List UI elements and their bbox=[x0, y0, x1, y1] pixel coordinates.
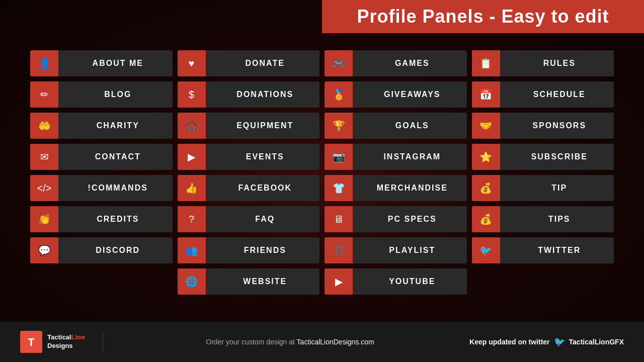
panel-item-discord[interactable]: 💬DISCORD bbox=[30, 237, 173, 263]
panel-item-credits[interactable]: 👏CREDITS bbox=[30, 206, 173, 232]
panel-item-rules[interactable]: 📋RULES bbox=[472, 50, 614, 76]
panel-item-about-me[interactable]: 👤ABOUT ME bbox=[30, 50, 173, 76]
panel-label-blog: BLOG bbox=[58, 90, 173, 99]
panel-icon-giveaways: 🏅 bbox=[325, 81, 353, 108]
panel-label-twitter: TWITTER bbox=[500, 246, 614, 255]
panel-label-donate: DONATE bbox=[206, 59, 320, 68]
header-banner: Profile Panels - Easy to edit bbox=[322, 0, 644, 33]
panel-label-contact: CONTACT bbox=[58, 152, 173, 161]
panel-icon-charity: 🤲 bbox=[30, 113, 58, 139]
footer-logo: T TacticalLion Designs bbox=[20, 331, 85, 353]
panel-label-merchandise: MERCHANDISE bbox=[353, 184, 467, 193]
panel-icon-goals: 🏆 bbox=[325, 113, 353, 139]
panel-label-equipment: EQUIPMENT bbox=[206, 121, 320, 130]
panel-item-events[interactable]: ▶EVENTS bbox=[178, 144, 320, 170]
panel-label-schedule: SCHEDULE bbox=[500, 90, 614, 99]
panel-item--commands[interactable]: </>!COMMANDS bbox=[30, 175, 173, 201]
panel-item-giveaways[interactable]: 🏅GIVEAWAYS bbox=[325, 81, 467, 108]
footer-twitter-text: Keep updated on twitter bbox=[469, 338, 549, 346]
panel-icon-tips: 💰 bbox=[472, 206, 500, 232]
panel-icon-schedule: 📅 bbox=[472, 81, 500, 108]
panel-item-goals[interactable]: 🏆GOALS bbox=[325, 113, 467, 139]
panel-label-sponsors: SPONSORS bbox=[500, 121, 614, 130]
panel-item-subscribe[interactable]: ⭐SUBSCRIBE bbox=[472, 144, 614, 170]
panel-item-twitter[interactable]: 🐦TWITTER bbox=[472, 237, 614, 263]
panel-item-blog[interactable]: ✏BLOG bbox=[30, 81, 173, 108]
panel-icon-blog: ✏ bbox=[30, 81, 58, 108]
footer: T TacticalLion Designs Order your custom… bbox=[0, 322, 644, 362]
panel-label-about-me: ABOUT ME bbox=[58, 59, 173, 68]
panel-label-charity: CHARITY bbox=[58, 121, 173, 130]
panel-icon-about-me: 👤 bbox=[30, 50, 58, 76]
svg-text:T: T bbox=[28, 336, 35, 348]
panel-label-giveaways: GIVEAWAYS bbox=[353, 90, 467, 99]
panel-item-donations[interactable]: $DONATIONS bbox=[178, 81, 320, 108]
panel-icon-events: ▶ bbox=[178, 144, 206, 170]
panel-label-website: WEBSITE bbox=[206, 277, 320, 286]
footer-twitter-handle: TacticalLionGFX bbox=[569, 338, 624, 346]
panel-label-goals: GOALS bbox=[353, 121, 467, 130]
panel-icon-instagram: 📷 bbox=[325, 144, 353, 170]
panel-icon-playlist: 🎵 bbox=[325, 237, 353, 263]
brand-name: TacticalLion Designs bbox=[47, 333, 85, 350]
panel-item-website[interactable]: 🌐WEBSITE bbox=[178, 268, 320, 295]
panel-item-tip[interactable]: 💰TIP bbox=[472, 175, 614, 201]
twitter-icon: 🐦 bbox=[554, 336, 565, 347]
panel-item-instagram[interactable]: 📷INSTAGRAM bbox=[325, 144, 467, 170]
panel-item-schedule[interactable]: 📅SCHEDULE bbox=[472, 81, 614, 108]
panel-label-playlist: PLAYLIST bbox=[353, 246, 467, 255]
panel-icon-donations: $ bbox=[178, 81, 206, 108]
panel-item-pc-specs[interactable]: 🖥PC SPECS bbox=[325, 206, 467, 232]
panel-label-donations: DONATIONS bbox=[206, 90, 320, 99]
panel-item-youtube[interactable]: ▶YOUTUBE bbox=[325, 268, 467, 295]
panel-item-facebook[interactable]: 👍FACEBOOK bbox=[178, 175, 320, 201]
panel-label-instagram: INSTAGRAM bbox=[353, 152, 467, 161]
panel-icon-sponsors: 🤝 bbox=[472, 113, 500, 139]
panel-item-tips[interactable]: 💰TIPS bbox=[472, 206, 614, 232]
panel-label-tips: TIPS bbox=[500, 215, 614, 224]
panel-label-subscribe: SUBSCRIBE bbox=[500, 152, 614, 161]
panel-label-tip: TIP bbox=[500, 184, 614, 193]
panel-item-sponsors[interactable]: 🤝SPONSORS bbox=[472, 113, 614, 139]
panel-label-youtube: YOUTUBE bbox=[353, 277, 467, 286]
panel-icon-tip: 💰 bbox=[472, 175, 500, 201]
panel-label-games: GAMES bbox=[353, 59, 467, 68]
panel-icon-equipment: 🎧 bbox=[178, 113, 206, 139]
panel-label--commands: !COMMANDS bbox=[58, 184, 173, 193]
panel-label-faq: FAQ bbox=[206, 215, 320, 224]
panel-item-merchandise[interactable]: 👕MERCHANDISE bbox=[325, 175, 467, 201]
header-title: Profile Panels - Easy to edit bbox=[357, 6, 609, 27]
footer-twitter: Keep updated on twitter 🐦 TacticalLionGF… bbox=[469, 336, 624, 347]
brand-logo-icon: T bbox=[20, 331, 42, 353]
panel-item-equipment[interactable]: 🎧EQUIPMENT bbox=[178, 113, 320, 139]
footer-divider bbox=[103, 332, 103, 352]
panel-icon-games: 🎮 bbox=[325, 50, 353, 76]
panel-icon-website: 🌐 bbox=[178, 268, 206, 295]
panel-label-events: EVENTS bbox=[206, 152, 320, 161]
panel-item-charity[interactable]: 🤲CHARITY bbox=[30, 113, 173, 139]
panel-item-playlist[interactable]: 🎵PLAYLIST bbox=[325, 237, 467, 263]
panel-icon-discord: 💬 bbox=[30, 237, 58, 263]
panel-icon-contact: ✉ bbox=[30, 144, 58, 170]
panel-label-pc-specs: PC SPECS bbox=[353, 215, 467, 224]
panel-item-donate[interactable]: ♥DONATE bbox=[178, 50, 320, 76]
panel-grid: 👤ABOUT ME♥DONATE🎮GAMES📋RULES✏BLOG$DONATI… bbox=[30, 50, 614, 295]
panel-icon-facebook: 👍 bbox=[178, 175, 206, 201]
panel-label-facebook: FACEBOOK bbox=[206, 184, 320, 193]
panel-label-discord: DISCORD bbox=[58, 246, 173, 255]
panel-icon-merchandise: 👕 bbox=[325, 175, 353, 201]
panel-icon-twitter: 🐦 bbox=[472, 237, 500, 263]
panel-label-friends: FRIENDS bbox=[206, 246, 320, 255]
panel-icon-rules: 📋 bbox=[472, 50, 500, 76]
panel-icon-youtube: ▶ bbox=[325, 268, 353, 295]
panel-icon--commands: </> bbox=[30, 175, 58, 201]
panel-icon-faq: ? bbox=[178, 206, 206, 232]
panel-icon-subscribe: ⭐ bbox=[472, 144, 500, 170]
panel-item-friends[interactable]: 👥FRIENDS bbox=[178, 237, 320, 263]
panel-icon-friends: 👥 bbox=[178, 237, 206, 263]
panel-item-contact[interactable]: ✉CONTACT bbox=[30, 144, 173, 170]
panel-item-games[interactable]: 🎮GAMES bbox=[325, 50, 467, 76]
panel-label-credits: CREDITS bbox=[58, 215, 173, 224]
panel-icon-credits: 👏 bbox=[30, 206, 58, 232]
panel-item-faq[interactable]: ?FAQ bbox=[178, 206, 320, 232]
